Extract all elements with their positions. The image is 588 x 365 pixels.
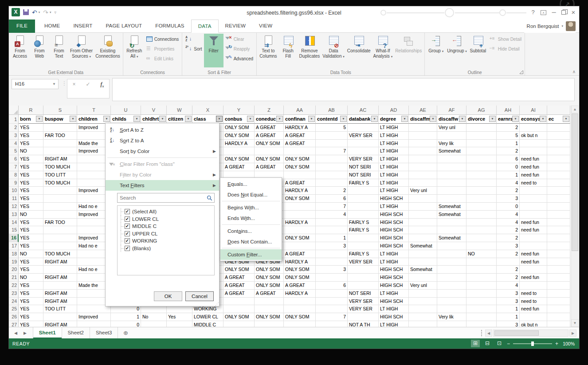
cell-AH21[interactable]: 2 <box>497 274 520 282</box>
cell-AF12[interactable]: Somewhat <box>437 203 466 211</box>
cell-AI19[interactable]: need fun <box>520 258 547 266</box>
ribbon-tab-view[interactable]: VIEW <box>252 20 279 33</box>
cell-AA3[interactable]: A GREAT <box>284 132 316 140</box>
checkbox-checked-icon[interactable]: ✓ <box>125 209 130 214</box>
cell-AC12[interactable] <box>348 203 379 211</box>
cell-AG25[interactable] <box>466 305 497 313</box>
save-icon[interactable] <box>23 9 29 15</box>
submenu-item-does-not-contain[interactable]: Does Not Contain... <box>220 236 282 247</box>
cell-AH2[interactable]: 2 <box>497 124 520 132</box>
cell-AI9[interactable]: need to <box>520 179 547 187</box>
cell-AF14[interactable] <box>437 219 466 227</box>
cell-AG17[interactable] <box>466 242 497 250</box>
filter-dropdown-button-ec[interactable]: ▼ <box>563 116 569 122</box>
row-header-6[interactable]: 6 <box>9 155 19 163</box>
cell-AE3[interactable] <box>409 132 437 140</box>
cell-Y2[interactable]: ONLY SOM <box>223 124 255 132</box>
row-header-17[interactable]: 17 <box>9 242 19 250</box>
cell-AJ24[interactable] <box>547 298 570 306</box>
ribbon-display-options-icon[interactable]: ∧ <box>541 10 546 15</box>
ribbon-button-connections[interactable]: Connections <box>144 35 181 43</box>
cell-AA10[interactable]: HARDLY A <box>284 187 316 195</box>
help-button[interactable]: ? <box>530 8 536 17</box>
cell-AB13[interactable]: 4 <box>316 211 348 219</box>
cell-AG12[interactable] <box>466 203 497 211</box>
cell-R4[interactable]: YES <box>19 140 43 148</box>
cell-AE4[interactable] <box>409 140 437 148</box>
cell-AA17[interactable] <box>284 242 316 250</box>
cell-AF13[interactable]: Somewhat <box>437 211 466 219</box>
cell-AE13[interactable] <box>409 211 437 219</box>
cell-U27[interactable]: 0 <box>111 321 141 327</box>
checkbox-checked-icon[interactable]: ✓ <box>125 246 130 251</box>
page-break-view-icon[interactable]: ⊡ <box>495 340 504 347</box>
cell-AF25[interactable] <box>437 305 466 313</box>
cell-S5[interactable] <box>43 147 77 155</box>
cell-AG3[interactable] <box>466 132 497 140</box>
row-header-25[interactable]: 25 <box>9 305 19 313</box>
menu-item-filter-by-color[interactable]: Filter by Color▶ <box>106 169 219 180</box>
cell-R2[interactable]: YES <box>19 124 43 132</box>
cell-AG19[interactable] <box>466 258 497 266</box>
cell-AH19[interactable] <box>497 258 520 266</box>
cell-S20[interactable] <box>43 266 77 274</box>
row-header-26[interactable]: 26 <box>9 313 19 321</box>
checkbox-checked-icon[interactable]: ✓ <box>125 216 130 222</box>
cell-AI18[interactable]: need fun <box>520 250 547 258</box>
cell-AC20[interactable] <box>348 266 379 274</box>
cell-AI4[interactable] <box>520 140 547 148</box>
cell-AB15[interactable] <box>316 226 348 234</box>
cell-W26[interactable]: Yes <box>167 313 192 321</box>
cell-AF4[interactable]: Very lik <box>437 140 466 148</box>
cell-AF22[interactable] <box>437 282 466 290</box>
cell-S19[interactable]: RIGHT AM <box>43 258 77 266</box>
checkbox-checked-icon[interactable]: ✓ <box>125 224 130 229</box>
cell-AC7[interactable]: NOT SERI <box>348 163 379 171</box>
cell-AC15[interactable]: FAIRLY S <box>348 226 379 234</box>
cell-AH23[interactable]: 3 <box>497 290 520 298</box>
cell-AC16[interactable] <box>348 234 379 242</box>
cell-AE19[interactable] <box>409 258 437 266</box>
row-header-21[interactable]: 21 <box>9 274 19 282</box>
filter-dropdown-button-buspow[interactable]: ▼ <box>70 116 76 122</box>
cell-AG27[interactable] <box>466 321 497 327</box>
column-header-AI[interactable]: AI <box>520 106 547 115</box>
cell-S12[interactable] <box>43 203 77 211</box>
cell-AI17[interactable] <box>520 242 547 250</box>
cell-AB8[interactable] <box>316 171 348 179</box>
cell-AB11[interactable]: 6 <box>316 195 348 203</box>
ribbon-button-what-if-analysis[interactable]: What-IfAnalysis ▾ <box>372 34 394 67</box>
cell-AA5[interactable] <box>284 147 316 155</box>
filter-dropdown-button-confinan[interactable]: ▼ <box>308 116 315 122</box>
cell-AF16[interactable]: Somewhat <box>437 234 466 242</box>
row-header-13[interactable]: 13 <box>9 211 19 219</box>
page-layout-view-icon[interactable]: ⊟ <box>483 340 492 347</box>
cell-AI20[interactable] <box>520 266 547 274</box>
filter-value-blanks[interactable]: ✓(Blanks) <box>118 245 213 252</box>
ribbon-button-show-detail[interactable]: Show Detail <box>488 35 523 43</box>
cell-AJ15[interactable] <box>547 226 570 234</box>
cell-AF2[interactable]: Very unl <box>437 124 466 132</box>
row-header-9[interactable]: 9 <box>9 179 19 187</box>
cell-AE22[interactable]: Very unl <box>409 282 437 290</box>
cell-AB9[interactable] <box>316 179 348 187</box>
row-header-14[interactable]: 14 <box>9 219 19 227</box>
cell-R11[interactable]: YES <box>19 195 43 203</box>
ribbon-button-subtotal[interactable]: Subtotal <box>468 34 488 67</box>
cell-S21[interactable]: RIGHT AM <box>43 274 77 282</box>
cell-Y5[interactable] <box>223 147 255 155</box>
cell-AD20[interactable]: HIGH SCH <box>379 266 409 274</box>
cell-AF3[interactable] <box>437 132 466 140</box>
cell-S2[interactable] <box>43 124 77 132</box>
cell-Z24[interactable] <box>255 298 284 306</box>
cell-AB26[interactable]: 7 <box>316 313 348 321</box>
cell-AC6[interactable]: VERY SER <box>348 155 379 163</box>
cell-AD25[interactable]: LT HIGH <box>379 305 409 313</box>
cell-Z4[interactable]: ONLY SOM <box>255 140 284 148</box>
cell-AF11[interactable] <box>437 195 466 203</box>
ribbon-button-ungroup[interactable]: Ungroup ▾ <box>446 34 468 67</box>
cell-AB23[interactable] <box>316 290 348 298</box>
cell-AH5[interactable]: 2 <box>497 147 520 155</box>
cell-AA19[interactable]: HARDLY A <box>284 258 316 266</box>
cell-AH3[interactable]: 5 <box>497 132 520 140</box>
